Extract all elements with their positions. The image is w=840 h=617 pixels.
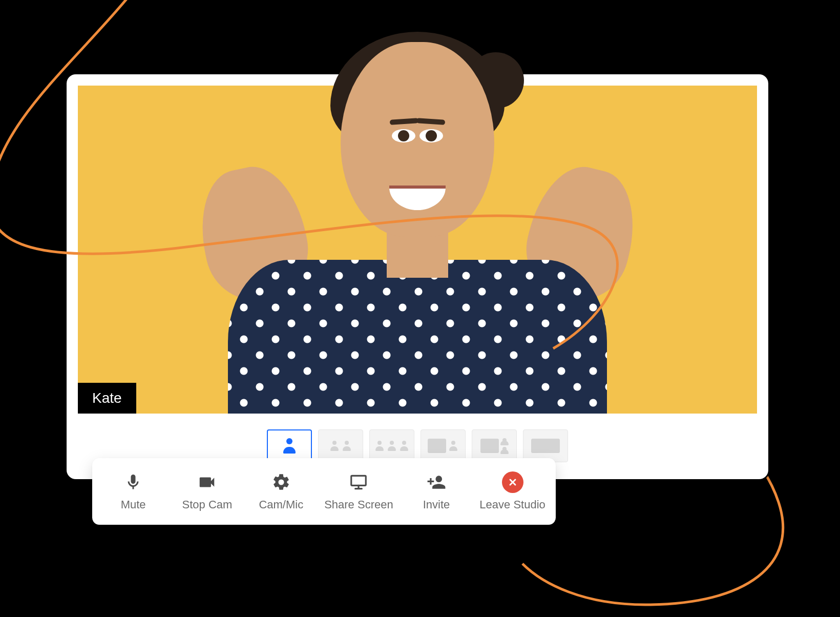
cam-mic-button[interactable]: Cam/Mic [250, 471, 312, 511]
participant-name: Kate [92, 390, 122, 406]
camera-icon [196, 471, 218, 493]
person-icon [282, 438, 297, 454]
mute-label: Mute [121, 498, 146, 511]
cam-mic-label: Cam/Mic [259, 498, 303, 511]
layout-three-up[interactable] [369, 429, 414, 462]
participant-name-tag: Kate [78, 383, 136, 414]
layout-single[interactable] [267, 429, 312, 462]
control-toolbar: Mute Stop Cam Cam/Mic Share Screen Invit… [92, 458, 556, 525]
invite-label: Invite [423, 498, 450, 511]
video-feed [78, 86, 757, 414]
stop-cam-button[interactable]: Stop Cam [176, 471, 238, 511]
layout-screen-full[interactable] [523, 429, 568, 462]
person-icon [501, 438, 508, 445]
person-icon [501, 447, 508, 454]
person-icon [329, 441, 340, 451]
leave-label: Leave Studio [479, 498, 545, 511]
screen-icon [531, 439, 560, 453]
layout-two-up[interactable] [318, 429, 363, 462]
layout-screen-one[interactable] [421, 429, 466, 462]
layout-screen-two[interactable] [472, 429, 517, 462]
person-icon [342, 441, 352, 451]
person-icon [448, 441, 458, 451]
invite-button[interactable]: Invite [406, 471, 467, 511]
mute-button[interactable]: Mute [102, 471, 164, 511]
svg-rect-0 [351, 476, 366, 485]
studio-card: Kate [67, 74, 768, 479]
person-icon [374, 441, 385, 451]
share-screen-label: Share Screen [324, 498, 393, 511]
monitor-icon [348, 471, 369, 493]
participant-avatar [207, 37, 627, 414]
screen-icon [428, 439, 446, 453]
microphone-icon [122, 471, 144, 493]
add-person-icon [426, 471, 447, 493]
leave-studio-button[interactable]: Leave Studio [479, 471, 545, 511]
person-icon [387, 441, 397, 451]
close-icon [502, 471, 523, 493]
screen-icon [480, 439, 499, 453]
person-icon [399, 441, 409, 451]
stop-cam-label: Stop Cam [182, 498, 233, 511]
gear-icon [270, 471, 292, 493]
share-screen-button[interactable]: Share Screen [324, 471, 393, 511]
